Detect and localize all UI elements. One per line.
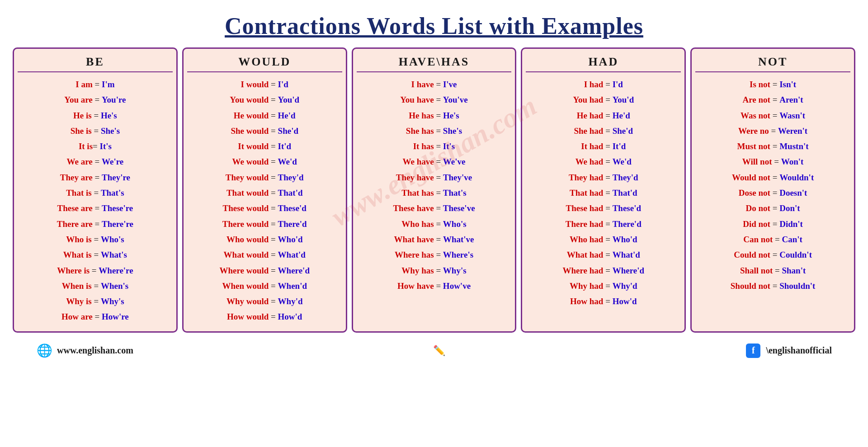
contraction-base: You are xyxy=(64,95,92,104)
contraction-base: Why is xyxy=(66,296,92,306)
equals-sign: = xyxy=(269,266,278,275)
equals-sign: = xyxy=(603,126,612,136)
contraction-base: These had xyxy=(566,203,604,213)
contraction-base: It had xyxy=(581,141,603,151)
equals-sign: = xyxy=(773,235,782,244)
equals-sign: = xyxy=(93,312,102,321)
contraction-result: They're xyxy=(102,173,130,182)
equals-sign: = xyxy=(93,95,102,104)
contraction-base: It is xyxy=(79,141,93,151)
equals-sign: = xyxy=(770,188,779,198)
contraction-result: We're xyxy=(102,157,123,166)
equals-sign: = xyxy=(770,141,779,151)
equals-sign: = xyxy=(770,95,779,104)
contraction-base: Did not xyxy=(743,219,770,229)
contraction-result: He'd xyxy=(613,111,630,120)
contraction-result: Where'd xyxy=(278,266,310,275)
contraction-result: I'd xyxy=(278,80,288,89)
contraction-result: Can't xyxy=(782,235,802,244)
contraction-base: They are xyxy=(60,173,93,182)
equals-sign: = xyxy=(92,235,101,244)
list-item: Why is = Why's xyxy=(18,294,173,309)
equals-sign: = xyxy=(93,219,102,229)
equals-sign: = xyxy=(92,126,101,136)
list-item: We have = We've xyxy=(357,154,512,169)
contraction-base: I would xyxy=(241,80,269,89)
contraction-result: Couldn't xyxy=(779,250,812,259)
list-item: It is= It's xyxy=(18,139,173,154)
contraction-result: It's xyxy=(100,141,112,151)
contraction-result: What's xyxy=(101,250,127,259)
equals-sign: = xyxy=(603,296,612,306)
contraction-base: Were no xyxy=(738,126,769,136)
list-item: Could not = Couldn't xyxy=(695,247,850,263)
list-item: I would = I'd xyxy=(187,77,342,92)
list-item: What is = What's xyxy=(18,247,173,263)
contraction-result: These're xyxy=(102,203,133,213)
list-item: Was not = Wasn't xyxy=(695,108,850,123)
contraction-result: Why's xyxy=(101,296,124,306)
list-item: Should not = Shouldn't xyxy=(695,278,850,294)
contraction-base: That is xyxy=(66,188,92,198)
equals-sign: = xyxy=(92,296,101,306)
list-item: She would = She'd xyxy=(187,123,342,139)
footer-website: 🌐 www.englishan.com xyxy=(36,343,133,359)
equals-sign: = xyxy=(770,281,779,291)
contraction-base: How would xyxy=(227,312,269,321)
equals-sign: = xyxy=(772,157,781,166)
contraction-base: How had xyxy=(570,296,603,306)
equals-sign: = xyxy=(93,173,102,182)
equals-sign: = xyxy=(93,203,102,213)
contraction-base: You had xyxy=(573,95,603,104)
list-item: There would = There'd xyxy=(187,216,342,232)
contraction-base: She would xyxy=(231,126,269,136)
contraction-base: I have xyxy=(411,80,434,89)
contraction-base: Must not xyxy=(737,141,770,151)
list-item: When would = When'd xyxy=(187,278,342,294)
contraction-result: Weren't xyxy=(778,126,807,136)
brand-logo: ✏️ xyxy=(433,345,445,357)
contraction-base: Where would xyxy=(219,266,269,275)
list-item: How are = How're xyxy=(18,309,173,325)
list-item: Who is = Who's xyxy=(18,232,173,247)
equals-sign: = xyxy=(434,95,443,104)
contraction-result: You'd xyxy=(278,95,300,104)
footer-facebook: f \englishanofficial xyxy=(745,343,832,359)
equals-sign: = xyxy=(603,219,612,229)
list-item: There are = There're xyxy=(18,216,173,232)
contraction-result: Wasn't xyxy=(779,111,805,120)
contraction-base: Who would xyxy=(226,235,269,244)
list-item: We are = We're xyxy=(18,154,173,169)
column-be: BEI am = I'mYou are = You'reHe is = He's… xyxy=(13,47,178,333)
list-item: She had = She'd xyxy=(526,123,681,139)
list-item: What have = What've xyxy=(357,232,512,247)
contraction-base: There are xyxy=(57,219,93,229)
list-item: Why would = Why'd xyxy=(187,294,342,309)
list-item: Where had = Where'd xyxy=(526,263,681,278)
contraction-base: Do not xyxy=(746,203,770,213)
equals-sign: = xyxy=(269,80,278,89)
column-had: HADI had = I'dYou had = You'dHe had = He… xyxy=(521,47,686,333)
equals-sign: = xyxy=(773,266,782,275)
list-item: We had = We'd xyxy=(526,154,681,169)
list-item: It has = It's xyxy=(357,139,512,154)
list-item: These are = These're xyxy=(18,201,173,216)
list-item: He would = He'd xyxy=(187,108,342,123)
list-item: These would = These'd xyxy=(187,201,342,216)
equals-sign: = xyxy=(603,203,612,213)
contraction-result: Where're xyxy=(99,266,133,275)
contraction-result: Won't xyxy=(781,157,804,166)
contraction-base: He is xyxy=(73,111,92,120)
list-item: You have = You've xyxy=(357,92,512,108)
contraction-result: We'd xyxy=(613,157,632,166)
list-item: They have = They've xyxy=(357,170,512,185)
contraction-result: Who's xyxy=(443,219,467,229)
contraction-base: These would xyxy=(222,203,269,213)
equals-sign: = xyxy=(269,235,278,244)
list-item: I am = I'm xyxy=(18,77,173,92)
contraction-base: Could not xyxy=(734,250,770,259)
contraction-result: Isn't xyxy=(779,80,796,89)
equals-sign: = xyxy=(434,250,443,259)
equals-sign: = xyxy=(269,281,278,291)
globe-icon: 🌐 xyxy=(36,343,52,359)
